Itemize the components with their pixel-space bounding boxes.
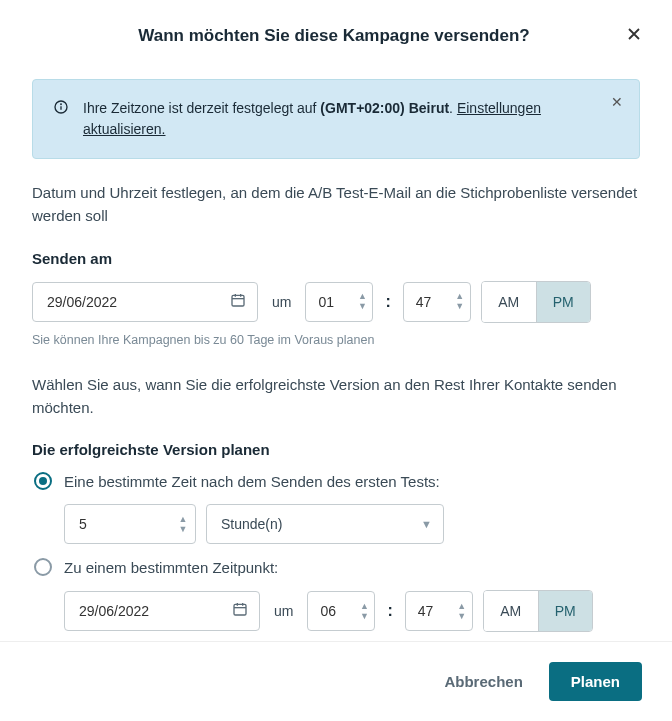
alert-prefix: Ihre Zeitzone ist derzeit festgelegt auf	[83, 100, 320, 116]
close-icon	[624, 32, 644, 47]
svg-point-2	[61, 104, 62, 105]
submit-button[interactable]: Planen	[549, 662, 642, 701]
winner-hour-field: ▲ ▼	[307, 591, 375, 631]
stepper-up-icon[interactable]: ▲	[355, 292, 369, 302]
stepper-up-icon[interactable]: ▲	[455, 601, 469, 611]
stepper-down-icon[interactable]: ▼	[453, 302, 467, 312]
radio-label: Zu einem bestimmten Zeitpunkt:	[64, 559, 278, 576]
datetime-fields: um ▲ ▼ : ▲ ▼	[34, 590, 640, 632]
radio-option-datetime: Zu einem bestimmten Zeitpunkt: um ▲	[34, 558, 640, 641]
schedule-modal: Wann möchten Sie diese Kampagne versende…	[0, 0, 672, 721]
send-on-row: um ▲ ▼ : ▲ ▼ AM PM	[32, 281, 640, 323]
stepper-down-icon[interactable]: ▼	[176, 524, 190, 534]
modal-header: Wann möchten Sie diese Kampagne versende…	[0, 0, 672, 71]
send-on-label: Senden am	[32, 250, 640, 267]
am-button[interactable]: AM	[482, 282, 536, 322]
stepper-down-icon[interactable]: ▼	[355, 302, 369, 312]
alert-text: Ihre Zeitzone ist derzeit festgelegt auf…	[83, 98, 619, 140]
send-hour-field: ▲ ▼	[305, 282, 373, 322]
pm-button[interactable]: PM	[538, 591, 592, 631]
stepper-up-icon[interactable]: ▲	[176, 514, 190, 524]
info-icon	[53, 99, 69, 140]
pm-button[interactable]: PM	[536, 282, 590, 322]
modal-footer: Abbrechen Planen	[0, 641, 672, 721]
time-colon: :	[387, 602, 392, 620]
close-button[interactable]	[620, 20, 648, 51]
am-button[interactable]: AM	[484, 591, 538, 631]
modal-title: Wann möchten Sie diese Kampagne versende…	[24, 26, 644, 46]
stepper-down-icon[interactable]: ▼	[357, 611, 371, 621]
radio-row-delay[interactable]: Eine bestimmte Zeit nach dem Senden des …	[34, 472, 640, 490]
winner-date-field	[64, 591, 260, 631]
radio-icon	[34, 558, 52, 576]
delay-unit-select: Stunde(n) ▼	[206, 504, 444, 544]
close-icon: ✕	[611, 94, 623, 110]
intro-text: Datum und Uhrzeit festlegen, an dem die …	[32, 181, 640, 228]
radio-label: Eine bestimmte Zeit nach dem Senden des …	[64, 473, 440, 490]
delay-fields: ▲ ▼ Stunde(n) ▼	[34, 504, 640, 544]
radio-row-datetime[interactable]: Zu einem bestimmten Zeitpunkt:	[34, 558, 640, 576]
delay-unit-button[interactable]: Stunde(n)	[206, 504, 444, 544]
at-label: um	[274, 603, 293, 619]
modal-body: Ihre Zeitzone ist derzeit festgelegt auf…	[0, 71, 672, 641]
radio-option-delay: Eine bestimmte Zeit nach dem Senden des …	[34, 472, 640, 544]
timezone-alert: Ihre Zeitzone ist derzeit festgelegt auf…	[32, 79, 640, 159]
send-ampm-toggle: AM PM	[481, 281, 591, 323]
time-colon: :	[385, 293, 390, 311]
alert-close-button[interactable]: ✕	[611, 94, 623, 110]
cancel-button[interactable]: Abbrechen	[428, 663, 538, 700]
winner-minute-field: ▲ ▼	[405, 591, 473, 631]
alert-timezone: (GMT+02:00) Beirut	[320, 100, 449, 116]
send-date-input[interactable]	[32, 282, 258, 322]
at-label: um	[272, 294, 291, 310]
radio-icon	[34, 472, 52, 490]
send-date-field	[32, 282, 258, 322]
delay-value-field: ▲ ▼	[64, 504, 196, 544]
send-minute-field: ▲ ▼	[403, 282, 471, 322]
send-note: Sie können Ihre Kampagnen bis zu 60 Tage…	[32, 333, 640, 347]
winner-ampm-toggle: AM PM	[483, 590, 593, 632]
winner-intro: Wählen Sie aus, wann Sie die erfolgreich…	[32, 373, 640, 420]
stepper-up-icon[interactable]: ▲	[357, 601, 371, 611]
stepper-up-icon[interactable]: ▲	[453, 292, 467, 302]
winner-date-input[interactable]	[64, 591, 260, 631]
winner-radio-group: Eine bestimmte Zeit nach dem Senden des …	[32, 472, 640, 641]
stepper-down-icon[interactable]: ▼	[455, 611, 469, 621]
winner-label: Die erfolgreichste Version planen	[32, 441, 640, 458]
